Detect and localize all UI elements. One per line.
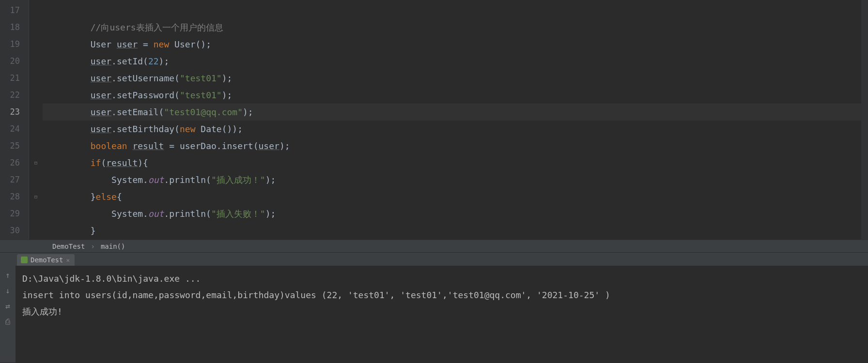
console-toolbar: ↑ ↓ ⇄ ⎙ (0, 266, 16, 363)
code-line[interactable]: User user = new User(); (43, 36, 868, 53)
breadcrumb-class[interactable]: DemoTest (48, 242, 89, 250)
code-line[interactable]: if(result){ (43, 154, 868, 171)
line-number: 18 (0, 19, 29, 36)
breadcrumb-bar: DemoTest › main() (0, 240, 868, 252)
fold-gutter: ⊟⊟ (29, 0, 43, 240)
line-number: 26 (0, 154, 29, 171)
code-area[interactable]: //向users表插入一个用户的信息 User user = new User(… (43, 0, 868, 240)
fold-marker (29, 137, 43, 154)
code-line[interactable]: user.setBirthday(new Date()); (43, 121, 868, 137)
code-line[interactable]: user.setPassword("test01"); (43, 87, 868, 104)
fold-marker (29, 87, 43, 104)
console-line: insert into users(id,name,password,email… (22, 287, 861, 303)
console-line: 插入成功! (22, 303, 861, 320)
code-line[interactable]: //向users表插入一个用户的信息 (43, 19, 868, 36)
code-line[interactable] (43, 2, 868, 19)
soft-wrap-icon[interactable]: ⇄ (3, 302, 12, 310)
line-number: 21 (0, 70, 29, 87)
minimap[interactable] (861, 0, 868, 240)
breadcrumb-method[interactable]: main() (97, 242, 129, 250)
line-number: 22 (0, 87, 29, 104)
scroll-up-icon[interactable]: ↑ (3, 271, 12, 279)
line-number: 28 (0, 188, 29, 205)
line-number: 23 (0, 104, 29, 121)
fold-marker (29, 19, 43, 36)
console-line: D:\Java\jdk-1.8.0\bin\java.exe ... (22, 271, 861, 287)
fold-marker (29, 70, 43, 87)
code-line[interactable]: } (43, 222, 868, 239)
print-icon[interactable]: ⎙ (3, 317, 12, 326)
line-number: 25 (0, 137, 29, 154)
fold-marker[interactable]: ⊟ (29, 154, 43, 171)
fold-marker (29, 36, 43, 53)
line-number: 29 (0, 205, 29, 222)
code-line[interactable]: user.setUsername("test01"); (43, 70, 868, 87)
fold-marker (29, 2, 43, 19)
line-number: 17 (0, 2, 29, 19)
code-line[interactable]: System.out.println("插入成功！"); (43, 171, 868, 188)
code-line[interactable]: System.out.println("插入失败！"); (43, 205, 868, 222)
fold-marker (29, 222, 43, 239)
code-line[interactable]: user.setEmail("test01@qq.com"); (43, 104, 868, 121)
code-line[interactable]: }else{ (43, 188, 868, 205)
fold-marker (29, 121, 43, 137)
fold-marker[interactable]: ⊟ (29, 188, 43, 205)
console-tab-demotest[interactable]: DemoTest × (17, 254, 75, 266)
fold-marker (29, 171, 43, 188)
close-icon[interactable]: × (66, 257, 70, 264)
fold-marker (29, 53, 43, 70)
line-number: 24 (0, 121, 29, 137)
run-config-icon (21, 257, 28, 263)
breadcrumb-separator: › (89, 242, 96, 250)
code-line[interactable]: boolean result = userDao.insert(user); (43, 137, 868, 154)
line-number: 19 (0, 36, 29, 53)
fold-marker (29, 104, 43, 121)
line-number: 20 (0, 53, 29, 70)
line-number-gutter: 1718192021222324252627282930 (0, 0, 29, 240)
console-tab-label: DemoTest (31, 256, 63, 264)
fold-marker (29, 205, 43, 222)
line-number: 30 (0, 222, 29, 239)
code-line[interactable]: user.setId(22); (43, 53, 868, 70)
scroll-down-icon[interactable]: ↓ (3, 286, 12, 295)
console-output[interactable]: D:\Java\jdk-1.8.0\bin\java.exe ...insert… (16, 266, 868, 363)
code-editor[interactable]: 1718192021222324252627282930 ⊟⊟ //向users… (0, 0, 868, 240)
line-number: 27 (0, 171, 29, 188)
console-tab-bar: DemoTest × (0, 252, 868, 266)
console-panel: ↑ ↓ ⇄ ⎙ D:\Java\jdk-1.8.0\bin\java.exe .… (0, 266, 868, 363)
